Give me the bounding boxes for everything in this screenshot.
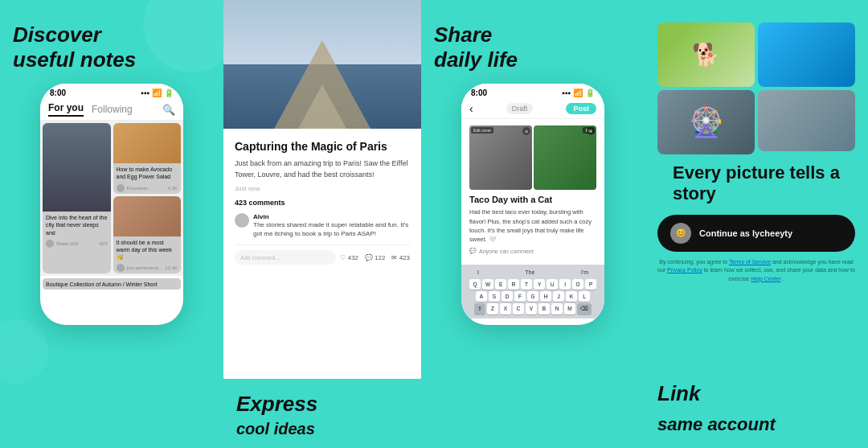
comment-author: Alvin [253,213,410,220]
search-icon[interactable]: 🔍 [162,104,175,116]
phone-mockup-1: 8:00 ▪▪▪ 📶 🔋 For you Following 🔍 Dive in… [40,84,183,325]
anyone-comment: 💬 Anyone can comment [469,248,596,254]
privacy-link[interactable]: Privacy Policy [667,267,702,273]
suggestion-3[interactable]: I'm [581,269,588,275]
panel-discover: Discover useful notes 8:00 ▪▪▪ 📶 🔋 For y… [0,0,223,448]
key-b[interactable]: B [538,303,550,314]
feed-card-3[interactable]: It should be a most warm day of this wee… [113,196,182,273]
post-button[interactable]: Post [566,103,596,114]
suggestion-1[interactable]: I [477,269,479,275]
p4-image-grid: 🐕 🎡 [657,23,855,154]
feed-card-2[interactable]: How to make Avocado and Egg Power Salad … [113,123,182,193]
key-d[interactable]: D [502,291,513,302]
key-k[interactable]: K [566,291,577,302]
suggestions-row[interactable]: I | The | I'm [463,267,603,277]
taco-content: Edit cover × Edit × Taco Day with a Cat … [461,119,604,265]
p4-image-sky [758,23,855,87]
terms-text: By continuing, you agree to Terms of Ser… [657,258,855,284]
key-p[interactable]: P [585,279,596,290]
draft-post-bar[interactable]: ‹ Draft Post [461,99,604,119]
p4-image-placeholder [758,90,855,151]
draft-button[interactable]: Draft [506,103,534,114]
card-4-title: Boutique Collection of Autumn / Winter S… [43,278,181,290]
key-x[interactable]: X [500,303,511,314]
post-title: Taco Day with a Cat [469,195,596,204]
key-f[interactable]: F [514,291,526,302]
key-n[interactable]: N [551,303,563,314]
key-g[interactable]: G [527,291,538,302]
suggestion-2[interactable]: The [525,269,534,275]
article-content: Capturing the Magic of Paris Just back f… [223,129,421,276]
card-3-meta: just.ephemeral... [127,265,162,270]
card-1-avatar [46,240,54,248]
continue-button[interactable]: 😊 Continue as lycheeyty [657,215,855,252]
key-e[interactable]: E [495,279,506,290]
key-backspace[interactable]: ⌫ [577,303,592,314]
express-subtitle: cool ideas [236,420,408,438]
status-bar-1: 8:00 ▪▪▪ 📶 🔋 [40,84,183,99]
key-u[interactable]: U [547,279,558,290]
feed-tabs[interactable]: For you Following 🔍 [40,99,183,121]
comment-body: The stories shared made it super relatab… [253,220,410,238]
panel-3-title: Share daily life [434,23,518,72]
key-z[interactable]: Z [487,303,498,314]
article-body: Just back from an amazing trip to Paris!… [235,158,410,180]
comment-count: 423 comments [235,199,410,207]
keyboard-mock[interactable]: I | The | I'm Q W E R T Y U I O P [461,265,604,319]
terms-link[interactable]: Terms of Service [729,259,771,265]
p4-main-title: Every picture tells a story [673,162,840,205]
louvre-image [223,0,421,129]
feed-card-1[interactable]: Dive into the heart of the city that nev… [43,123,111,273]
key-a[interactable]: A [476,291,487,302]
key-l[interactable]: L [579,291,590,302]
panel-link: 🐕 🎡 Every picture tells a story 😊 Contin… [645,0,868,448]
keyboard-row-1[interactable]: Q W E R T Y U I O P [463,279,603,290]
feed-grid: Dive into the heart of the city that nev… [40,121,183,275]
key-i[interactable]: I [559,279,571,290]
key-r[interactable]: R [508,279,519,290]
link-subtitle: same account [657,414,855,435]
keyboard-row-2[interactable]: A S D F G H J K L [463,291,603,302]
post-body: Had the best taco ever today, bursting w… [469,208,596,244]
express-section: Express cool ideas [223,379,421,448]
key-shift[interactable]: ⇧ [474,303,485,314]
edit-cover-btn[interactable]: Edit cover [471,127,493,134]
key-o[interactable]: O [572,279,583,290]
feed-card-bottom[interactable]: Boutique Collection of Autumn / Winter S… [43,278,181,290]
panel-share: Share daily life 8:00 ▪▪▪ 📶 🔋 ‹ Draft Po… [421,0,645,448]
article-title: Capturing the Magic of Paris [235,140,410,153]
tab-following[interactable]: Following [92,104,133,115]
card-3-title: It should be a most warm day of this wee… [113,236,182,262]
article-time: Just now [235,185,410,192]
key-m[interactable]: M [564,303,575,314]
key-s[interactable]: S [489,291,500,302]
comment-avatar [235,213,249,228]
back-arrow-icon[interactable]: ‹ [469,102,473,115]
card-2-avatar [117,184,125,192]
key-v[interactable]: V [526,303,537,314]
comment-input[interactable]: Add comment... [235,250,336,265]
continue-label: Continue as lycheeyty [699,228,792,238]
key-h[interactable]: H [540,291,551,302]
key-t[interactable]: T [521,279,532,290]
key-c[interactable]: C [513,303,524,314]
keyboard-row-3[interactable]: ⇧ Z X C V B N M ⌫ [463,303,603,314]
key-y[interactable]: Y [534,279,545,290]
key-j[interactable]: J [553,291,564,302]
status-icons: ▪▪▪ 📶 🔋 [141,88,174,97]
card-2-meta: Flourlover [127,186,149,191]
p4-image-dog: 🐕 [657,23,755,87]
taco-image-cat[interactable]: Edit cover × [469,125,532,190]
panel-express: Capturing the Magic of Paris Just back f… [223,0,421,448]
express-title: Express [236,392,408,417]
key-w[interactable]: W [482,279,493,290]
user-avatar: 😊 [670,223,691,244]
taco-image-drink[interactable]: Edit × [534,125,596,190]
tab-for-you[interactable]: For you [48,102,84,117]
comment-input-row[interactable]: Add comment... ♡ 432 💬 122 ✉ 423 [235,245,410,265]
card-3-avatar [117,264,125,272]
card-1-meta: Wade.00X [56,241,79,246]
key-q[interactable]: Q [469,279,481,290]
taco-images: Edit cover × Edit × [469,125,596,190]
help-link[interactable]: Help Center [751,276,780,282]
